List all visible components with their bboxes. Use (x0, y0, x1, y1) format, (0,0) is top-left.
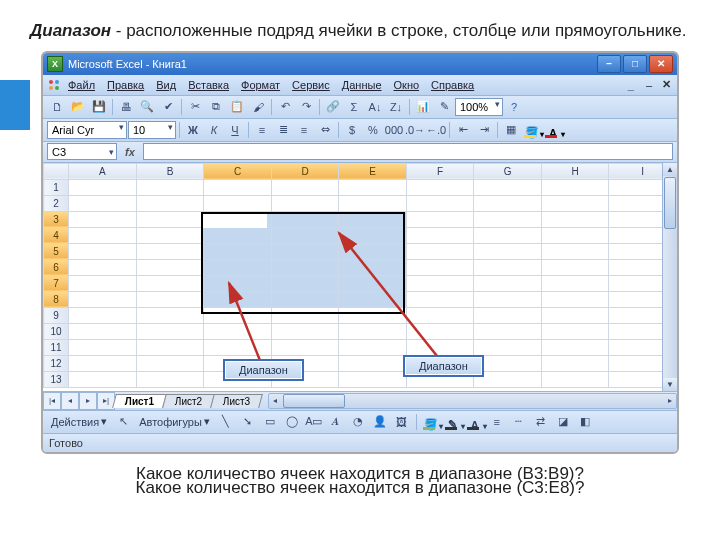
cell[interactable] (474, 323, 542, 339)
help-search[interactable]: _ (623, 77, 639, 93)
cell[interactable] (406, 275, 474, 291)
cell[interactable] (271, 243, 339, 259)
cell[interactable] (204, 323, 272, 339)
cell[interactable] (271, 291, 339, 307)
cell[interactable] (69, 275, 137, 291)
cell[interactable] (406, 211, 474, 227)
cell[interactable] (136, 307, 204, 323)
cell[interactable] (136, 371, 204, 387)
menu-edit[interactable]: Правка (102, 77, 149, 93)
cell[interactable] (204, 291, 272, 307)
cell[interactable] (271, 259, 339, 275)
cell[interactable] (541, 371, 609, 387)
mdi-close[interactable]: ✕ (659, 78, 673, 92)
paste-icon[interactable]: 📋 (227, 97, 247, 117)
cell[interactable] (136, 227, 204, 243)
dec-decimal-icon[interactable]: ←.0 (426, 120, 446, 140)
col-header[interactable]: B (136, 163, 204, 179)
underline-button[interactable]: Ч (225, 120, 245, 140)
cell[interactable] (541, 211, 609, 227)
cell[interactable] (541, 179, 609, 195)
cell[interactable] (69, 195, 137, 211)
col-header[interactable]: H (541, 163, 609, 179)
maximize-button[interactable]: □ (623, 55, 647, 73)
inc-indent-icon[interactable]: ⇥ (474, 120, 494, 140)
cell[interactable] (541, 275, 609, 291)
cell[interactable] (406, 339, 474, 355)
cell[interactable] (339, 179, 407, 195)
arrow-style-icon[interactable]: ⇄ (531, 412, 551, 432)
bold-button[interactable]: Ж (183, 120, 203, 140)
copy-icon[interactable]: ⧉ (206, 97, 226, 117)
cell[interactable] (136, 243, 204, 259)
arrow-icon[interactable]: ➘ (238, 412, 258, 432)
sort-asc-icon[interactable]: A↓ (365, 97, 385, 117)
menu-format[interactable]: Формат (236, 77, 285, 93)
cell[interactable] (339, 355, 407, 371)
cell[interactable] (69, 307, 137, 323)
cell[interactable] (339, 227, 407, 243)
cell[interactable] (136, 339, 204, 355)
line-style-icon[interactable]: ≡ (487, 412, 507, 432)
font-color2-icon[interactable]: A (465, 413, 485, 431)
cell[interactable] (136, 211, 204, 227)
sheet-tab-1[interactable]: Лист1 (112, 394, 167, 408)
cell[interactable] (69, 323, 137, 339)
font-size-select[interactable]: 10 (128, 121, 176, 139)
link-icon[interactable]: 🔗 (323, 97, 343, 117)
chart-icon[interactable]: 📊 (413, 97, 433, 117)
spell-icon[interactable]: ✔ (158, 97, 178, 117)
line-color-icon[interactable]: ✎ (443, 413, 463, 431)
diagram-icon[interactable]: ◔ (348, 412, 368, 432)
align-left-icon[interactable]: ≡ (252, 120, 272, 140)
fx-icon[interactable]: fx (121, 146, 139, 158)
cell[interactable] (204, 339, 272, 355)
cell[interactable] (69, 339, 137, 355)
cell[interactable] (339, 339, 407, 355)
open-icon[interactable]: 📂 (68, 97, 88, 117)
cell[interactable] (406, 179, 474, 195)
shadow-icon[interactable]: ◪ (553, 412, 573, 432)
cell[interactable] (474, 195, 542, 211)
cell[interactable] (541, 355, 609, 371)
cell[interactable] (406, 323, 474, 339)
cell[interactable] (541, 243, 609, 259)
cell[interactable] (271, 227, 339, 243)
fill-color-icon[interactable]: 🪣 (522, 121, 542, 139)
minimize-button[interactable]: – (597, 55, 621, 73)
wordart-icon[interactable]: 𝑨 (326, 412, 346, 432)
cell[interactable] (271, 339, 339, 355)
menu-data[interactable]: Данные (337, 77, 387, 93)
picture-icon[interactable]: 🖼 (392, 412, 412, 432)
row-header[interactable]: 9 (44, 307, 69, 323)
cell[interactable] (136, 275, 204, 291)
horizontal-scrollbar[interactable]: ◂ ▸ (268, 393, 677, 409)
cell[interactable] (406, 227, 474, 243)
scroll-thumb[interactable] (664, 177, 676, 229)
cell[interactable] (406, 259, 474, 275)
close-button[interactable]: ✕ (649, 55, 673, 73)
cell[interactable] (541, 339, 609, 355)
cell[interactable] (339, 275, 407, 291)
cell[interactable] (339, 371, 407, 387)
cell[interactable] (69, 371, 137, 387)
cell[interactable] (271, 275, 339, 291)
percent-icon[interactable]: % (363, 120, 383, 140)
rect-icon[interactable]: ▭ (260, 412, 280, 432)
dash-style-icon[interactable]: ┄ (509, 412, 529, 432)
cell[interactable] (541, 259, 609, 275)
font-color-icon[interactable]: A (543, 121, 563, 139)
col-header[interactable]: C (204, 163, 272, 179)
cell[interactable] (339, 243, 407, 259)
scroll-down-icon[interactable]: ▼ (663, 378, 677, 391)
draw-actions[interactable]: Действия ▾ (47, 413, 111, 430)
cell[interactable] (204, 307, 272, 323)
cell[interactable] (541, 195, 609, 211)
vertical-scrollbar[interactable]: ▲ ▼ (662, 163, 677, 391)
col-header[interactable]: E (339, 163, 407, 179)
cell[interactable] (339, 259, 407, 275)
tab-nav-next[interactable]: ▸ (79, 392, 97, 410)
cell[interactable] (474, 339, 542, 355)
hscroll-left-icon[interactable]: ◂ (269, 394, 282, 408)
cell[interactable] (474, 243, 542, 259)
